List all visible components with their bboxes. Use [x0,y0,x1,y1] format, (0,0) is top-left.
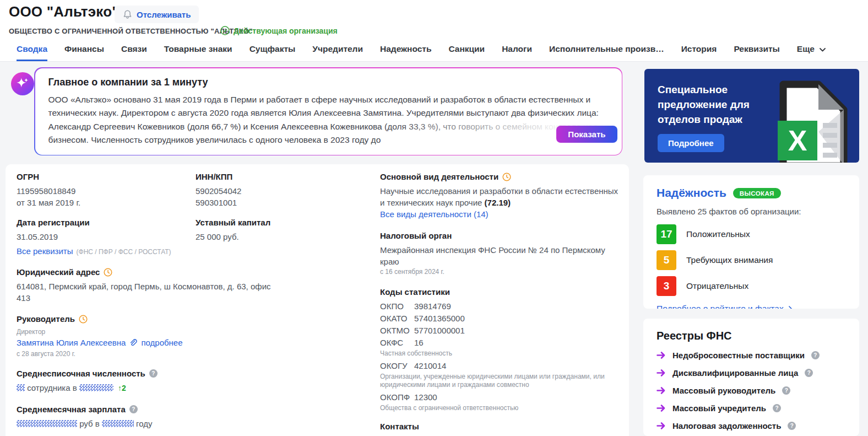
salary-mid-text: руб в [79,419,100,428]
summary-text: ООО «Альтэко» основано 31 мая 2019 года … [48,93,599,147]
reliability-badge: ВЫСОКАЯ [733,188,781,198]
fns-registries-card: Реестры ФНС Недобросовестные поставщики … [643,319,859,436]
tab-uchrediteli[interactable]: Учредители [312,41,363,61]
company-summary-card: Главное о компании за 1 минуту ООО «Альт… [34,67,622,155]
code-value: 4210014 [414,360,446,372]
tab-ispolnitelnye[interactable]: Исполнительные произв… [549,41,664,61]
headcount-label-text: Среднесписочная численность [17,369,145,378]
registry-item-disqualified-persons[interactable]: Дисквалифицированные лица ? [657,368,846,378]
tab-istoriya[interactable]: История [681,41,717,61]
activity-label: Основной вид деятельности [380,172,623,181]
stat-code-row: ОКПО39814769 [380,300,623,313]
question-icon[interactable]: ? [149,369,158,378]
fns-registries-title: Реестры ФНС [657,330,846,342]
rating-details-link[interactable]: Подробнее о рейтинге и фактах [657,304,784,309]
tab-svodka[interactable]: Сводка [17,41,47,61]
requisites-note: (ФНС / ПФР / ФСС / РОССТАТ) [77,248,171,256]
fact-count-badge: 17 [657,224,676,244]
arrow-right-icon [657,387,666,394]
kpp-value: 590301001 [196,197,372,208]
status-badge: Действующая организация [220,26,338,35]
censored-year [79,384,113,391]
clock-icon[interactable] [79,315,88,324]
registry-item-mass-founder[interactable]: Массовый учредитель ? [657,403,846,413]
clock-icon[interactable] [502,173,511,181]
head-name-link[interactable]: Замятина Юлия Алексеевна [17,338,126,347]
clock-icon[interactable] [104,268,112,277]
registry-label: Недобросовестные поставщики [672,351,805,360]
headcount-growth: ↑2 [118,384,126,392]
code-note: Частная собственность [380,349,623,358]
tab-finansy[interactable]: Финансы [64,41,104,61]
excel-file-icon: X [768,79,851,163]
promo-banner[interactable]: Специальное предложение для отделов прод… [644,69,859,163]
code-value: 57401365000 [414,313,465,325]
tax-office-label: Налоговый орган [380,231,623,240]
salary-value: руб в году [17,418,275,429]
code-key: ОКТМО [380,325,414,337]
code-note: Организации, учрежденные юридическими ли… [380,373,623,389]
arrow-right-icon [657,405,666,412]
head-more-link[interactable]: подробнее [141,338,182,347]
follow-button[interactable]: Отслеживать [115,6,199,23]
censored-salary [17,420,77,427]
registry-label: Массовый руководитель [672,386,775,395]
tab-nalogi[interactable]: Налоги [502,41,532,61]
activity-value: Научные исследования и разработки в обла… [380,185,623,208]
tab-sankcii[interactable]: Санкции [448,41,485,61]
registry-label: Налоговая задолженность [672,421,781,430]
reliability-title[interactable]: Надёжность [657,186,726,200]
inn-value: 5902054042 [196,185,372,197]
stat-code-row: ОКФС16 [380,337,623,349]
tab-svyazi[interactable]: Связи [121,41,147,61]
promo-details-button[interactable]: Подробнее [658,134,724,152]
registry-item-tax-debt[interactable]: Налоговая задолженность ? [657,421,846,430]
fact-positive[interactable]: 17 Положительных [657,224,846,244]
capital-value: 25 000 руб. [196,231,372,243]
status-label: Действующая организация [234,26,338,35]
censored-number [17,384,25,391]
address-label: Юридический адрес [17,267,275,277]
code-key: ОКОПФ [380,391,414,403]
question-icon[interactable]: ? [811,351,820,359]
all-requisites-link[interactable]: Все реквизиты [17,246,73,256]
tab-rekvizity[interactable]: Реквизиты [734,41,779,61]
tab-suschfakty[interactable]: Сущфакты [249,41,296,61]
tax-office-since: с 16 сентября 2024 г. [380,267,623,276]
question-icon[interactable]: ? [129,405,138,413]
tab-more-label: Еще [797,44,815,53]
company-summary-page: ООО "Альтэко" Отслеживать ОБЩЕСТВО С ОГР… [0,0,868,436]
page-header: ООО "Альтэко" Отслеживать ОБЩЕСТВО С ОГР… [0,0,868,62]
fact-attention[interactable]: 5 Требующих внимания [657,250,846,270]
question-icon[interactable]: ? [773,404,781,412]
registry-item-mass-director[interactable]: Массовый руководитель ? [657,386,846,395]
tab-nadezhnost[interactable]: Надежность [380,41,431,61]
stat-code-row: ОКОПФ12300 [380,391,623,403]
question-icon[interactable]: ? [805,369,813,377]
reliability-card: Надёжность ВЫСОКАЯ Выявлено 25 фактов об… [643,175,859,309]
salary-label: Среднемесячная зарплата ? [17,405,275,414]
follow-button-label: Отслеживать [137,10,191,19]
contacts-label: Контакты [380,422,623,431]
tab-more[interactable]: Еще [797,41,826,61]
question-icon[interactable]: ? [782,386,790,395]
details-column-middle: ИНН/КПП 5902054042 590301001 Уставный ка… [196,172,372,243]
code-note: Общества с ограниченной ответственностью [380,404,623,412]
all-activities-link[interactable]: Все виды деятельности (14) [380,209,489,219]
details-column-right: Основной вид деятельности Научные исслед… [380,172,623,436]
fact-label: Отрицательных [686,281,748,291]
question-icon[interactable]: ? [788,422,796,430]
tab-tovarnye-znaki[interactable]: Товарные знаки [164,41,232,61]
chevron-down-icon [820,44,826,53]
show-button[interactable]: Показать [556,126,617,143]
fact-negative[interactable]: 3 Отрицательных [657,276,846,296]
salary-suffix-text: году [136,419,152,428]
company-full-name: ОБЩЕСТВО С ОГРАНИЧЕННОЙ ОТВЕТСТВЕННОСТЬЮ… [9,27,253,35]
paperclip-icon [129,339,137,347]
code-value: 39814769 [414,300,451,313]
registry-item-unfair-suppliers[interactable]: Недобросовестные поставщики ? [657,351,846,360]
address-value: 614081, Пермский край, город Пермь, ш Ко… [17,281,275,304]
capital-label: Уставный капитал [196,218,372,227]
activity-code: (72.19) [485,198,511,207]
code-key: ОКОГУ [380,360,414,372]
